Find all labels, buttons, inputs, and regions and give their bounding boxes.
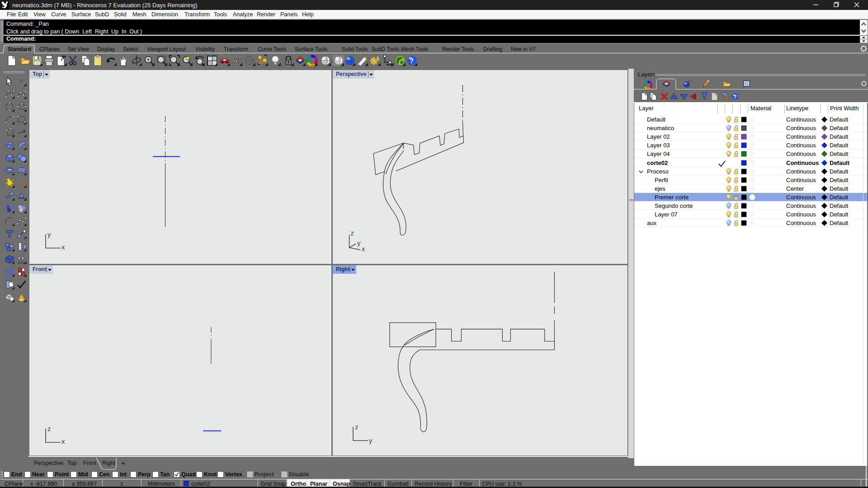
svg-text:?: ? — [410, 56, 414, 65]
svg-text:y: y — [357, 239, 361, 247]
svg-text:x: x — [362, 245, 365, 253]
svg-text:z: z — [355, 423, 359, 431]
svg-text:?: ? — [733, 94, 736, 99]
svg-text:z: z — [47, 425, 51, 432]
svg-text:?: ? — [745, 81, 748, 86]
svg-text:z: z — [351, 229, 354, 237]
svg-text:y: y — [369, 436, 373, 444]
svg-text:x: x — [61, 243, 65, 251]
svg-text:x: x — [61, 437, 65, 445]
svg-text:y: y — [47, 230, 51, 238]
